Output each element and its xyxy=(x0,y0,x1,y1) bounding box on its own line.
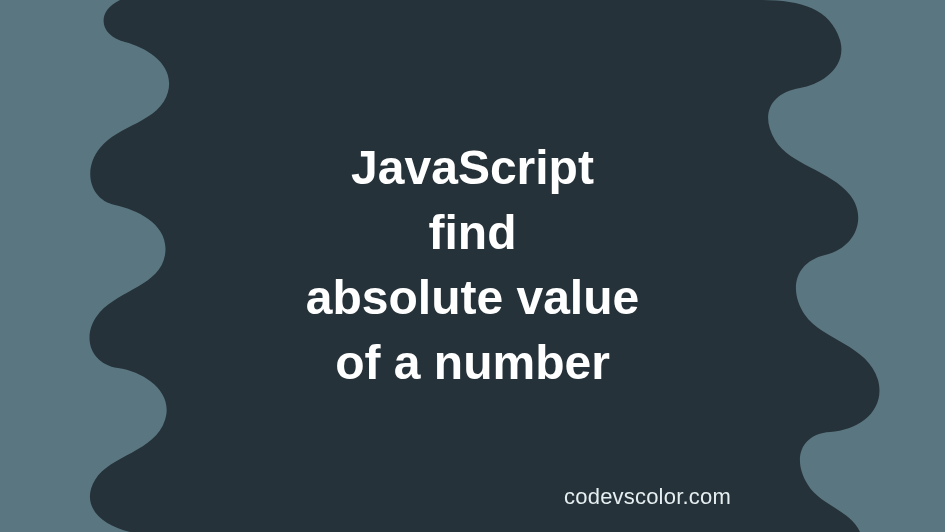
title-line-4: of a number xyxy=(335,331,610,396)
title-line-3: absolute value xyxy=(306,266,639,331)
title: JavaScript find absolute value of a numb… xyxy=(0,0,945,532)
title-line-2: find xyxy=(429,201,517,266)
title-line-1: JavaScript xyxy=(351,136,594,201)
site-credit: codevscolor.com xyxy=(0,484,945,510)
